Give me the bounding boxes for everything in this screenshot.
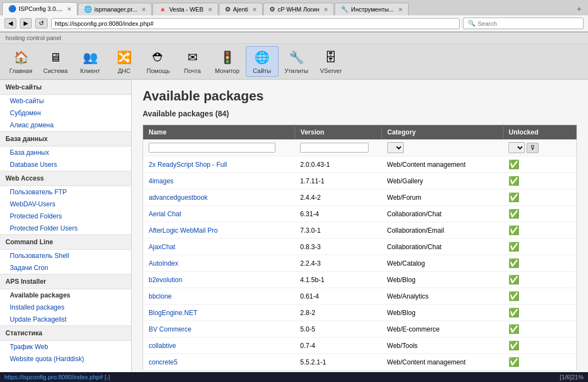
sidebar-item-polzovatel-ftp[interactable]: Пользователь FTP [0,186,131,198]
packages-count: Available packages (84) [143,109,577,118]
unlocked-check-icon-3: ✅ [508,209,519,218]
pkg-name-link-2[interactable]: advancedguestbook [149,194,207,201]
pkg-name-link-9[interactable]: BlogEngine.NET [149,309,197,317]
sidebar-item-baza-dannyh-item[interactable]: База данных [0,147,131,159]
pkg-unlocked-cell-0: ✅ [503,156,577,173]
status-paging: [1/6]21% [560,374,584,380]
sidebar-item-subdomen[interactable]: Субдомен [0,107,131,119]
sidebar-item-installed-packages[interactable]: Installed packages [0,301,131,313]
pkg-version-cell-7: 4.1.5b-1 [295,272,381,288]
tab-tab6[interactable]: 🔧Инструменты...✕ [335,3,409,15]
tab-label-tab6: Инструменты... [351,6,394,13]
toolbar-item-monitor[interactable]: 🚦Монитор [210,46,245,77]
version-filter-input[interactable] [300,143,368,153]
reload-button[interactable]: ↺ [35,18,48,29]
new-tab-button[interactable]: + [573,2,586,15]
table-row: 4images 1.7.11-1 Web/Gallery ✅ [143,173,577,189]
toolbar-icon-utility: 🔧 [287,49,305,66]
tab-favicon-tab2: 🌐 [84,5,92,13]
tab-close-tab6[interactable]: ✕ [398,7,403,13]
pkg-unlocked-cell-10: ✅ [503,321,577,338]
unlocked-filter-select[interactable] [508,142,525,153]
toolbar-item-sistema[interactable]: 🖥Система [38,46,72,77]
pkg-unlocked-cell-11: ✅ [503,338,577,354]
tab-close-tab3[interactable]: ✕ [208,7,212,13]
pkg-name-link-12[interactable]: concrete5 [149,358,178,366]
filter-apply-button[interactable]: ⊽ [527,143,539,153]
pkg-name-link-0[interactable]: 2x ReadyScript Shop - Full [149,161,227,168]
forward-button[interactable]: ▶ [20,18,32,29]
sidebar-item-website-quota[interactable]: Website quota (Harddisk) [0,353,131,365]
sidebar-section-statistika: Статистика [0,325,131,341]
pkg-version-cell-10: 5.0-5 [295,321,381,338]
toolbar-icon-pochta: ✉ [184,49,201,66]
toolbar-icon-saity: 🌐 [253,49,271,66]
tab-tab1[interactable]: 🔵ISPConfig 3.0....✕ [2,2,77,15]
sidebar-item-alias-domena[interactable]: Алиас домена [0,119,131,131]
tab-close-tab5[interactable]: ✕ [324,7,328,13]
pkg-name-link-5[interactable]: AjaxChat [149,243,176,251]
sidebar-item-protected-folders[interactable]: Protected Folders [0,210,131,222]
sidebar-item-database-users[interactable]: Database Users [0,159,131,171]
unlocked-check-icon-12: ✅ [508,357,519,367]
name-filter-input[interactable] [149,143,275,153]
sidebar-item-zadachi-cron[interactable]: Задачи Cron [0,262,131,274]
toolbar-item-utility[interactable]: 🔧Утилиты [280,46,314,77]
table-header-name: Name [143,125,295,140]
pkg-unlocked-cell-3: ✅ [503,206,577,222]
category-filter-select[interactable] [387,142,404,153]
unlocked-check-icon-5: ✅ [508,242,519,251]
sidebar-item-trafik-web[interactable]: Трафик Web [0,341,131,353]
tab-close-tab2[interactable]: ✕ [142,7,146,13]
search-input[interactable] [478,20,579,27]
pkg-name-link-6[interactable]: AutoIndex [149,260,178,267]
sidebar-section-aps-installer: APS Installer [0,274,131,289]
tab-tab4[interactable]: ⚙Ajenti✕ [219,3,263,15]
pkg-category-cell-12: Web/Content management [382,354,503,370]
unlocked-check-icon-9: ✅ [508,308,519,317]
tab-tab2[interactable]: 🌐ispmanager.pr...✕ [78,3,152,15]
pkg-name-link-3[interactable]: Aerial Chat [149,210,181,218]
app: hosting control panel 🏠Главная🖥Система👥К… [0,32,588,382]
unlocked-check-icon-6: ✅ [508,259,519,268]
tab-label-tab4: Ajenti [233,6,248,13]
toolbar-item-glavnaya[interactable]: 🏠Главная [4,46,37,77]
pkg-name-link-7[interactable]: b2evolution [149,276,182,284]
pkg-name-link-4[interactable]: AfterLogic WebMail Pro [149,227,218,234]
pkg-name-link-11[interactable]: collabtive [149,342,176,350]
sidebar-item-webdav-users[interactable]: WebDAV-Users [0,198,131,210]
table-row: AutoIndex 2.2.4-3 Web/Catalog ✅ [143,255,577,272]
tab-close-tab4[interactable]: ✕ [252,7,257,13]
toolbar-label-utility: Утилиты [285,68,309,74]
toolbar-item-dns[interactable]: 🔀ДНС [108,46,140,77]
pkg-name-cell-6: AutoIndex [143,255,295,272]
toolbar-item-saity[interactable]: 🌐Сайты [246,46,279,77]
tab-close-tab1[interactable]: ✕ [67,6,71,12]
sidebar-item-available-packages[interactable]: Available packages [0,289,131,301]
toolbar-item-vserver[interactable]: 🗄VServer [314,46,347,77]
tab-label-tab3: Vesta - WEB [169,6,203,13]
table-row: collabtive 0.7-4 Web/Tools ✅ [143,338,577,354]
pkg-name-link-1[interactable]: 4images [149,177,173,185]
toolbar-item-klient[interactable]: 👥Клиент [74,46,106,77]
pkg-name-link-8[interactable]: bbclone [149,293,172,300]
sidebar-item-update-packagelist[interactable]: Update Packagelist [0,313,131,325]
toolbar-label-klient: Клиент [80,68,100,74]
back-button[interactable]: ◀ [4,18,16,29]
pkg-version-cell-4: 7.3.0-1 [295,222,381,239]
sidebar-item-polzovatel-shell[interactable]: Пользователь Shell [0,250,131,262]
sidebar-item-protected-folder-users[interactable]: Protected Folder Users [0,222,131,234]
main-layout: Web-сайтыWeb-сайтыСубдоменАлиас доменаБа… [0,80,588,374]
tab-tab5[interactable]: ⚙cP WHM Логин✕ [263,3,334,15]
toolbar-label-dns: ДНС [118,68,131,74]
toolbar-icon-monitor: 🚦 [218,49,236,66]
toolbar-item-pomosh[interactable]: ⛑Помощь [142,46,175,77]
toolbar-item-pochta[interactable]: ✉Почта [176,46,209,77]
pkg-version-cell-2: 2.4.4-2 [295,189,381,206]
tab-tab3[interactable]: 🔺Vesta - WEB✕ [152,3,218,15]
sidebar-item-web-sites-item[interactable]: Web-сайты [0,95,131,107]
pkg-name-link-10[interactable]: BV Commerce [149,325,191,333]
toolbar-icon-sistema: 🖥 [47,49,64,66]
address-input[interactable] [51,18,460,29]
pkg-name-cell-7: b2evolution [143,272,295,288]
